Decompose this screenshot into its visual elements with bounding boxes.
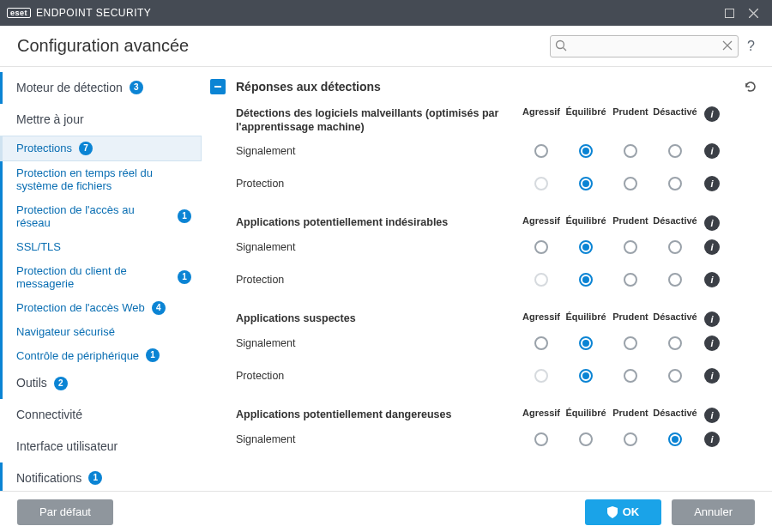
group-title: Détections des logiciels malveillants (o…	[236, 106, 519, 135]
group-title: Applications potentiellement dangereuses	[236, 408, 519, 421]
titlebar: eset ENDPOINT SECURITY	[0, 0, 772, 26]
ok-button[interactable]: OK	[585, 499, 662, 525]
group-title: Applications potentiellement indésirable…	[236, 215, 519, 229]
undo-icon[interactable]	[743, 79, 758, 94]
sidebar-item-browser[interactable]: Navigateur sécurisé	[0, 320, 202, 344]
radio-option[interactable]	[534, 336, 548, 350]
info-icon[interactable]: i	[704, 311, 720, 327]
search-input[interactable]	[550, 35, 739, 57]
radio-option[interactable]	[668, 273, 682, 287]
badge: 1	[146, 348, 160, 362]
info-icon[interactable]: i	[704, 106, 720, 122]
default-button[interactable]: Par défaut	[17, 499, 113, 525]
radio-option[interactable]	[579, 144, 593, 158]
sidebar-item-protections[interactable]: Protections 7	[0, 136, 202, 161]
column-headers: AgressifÉquilibréPrudentDésactivé	[519, 311, 697, 322]
column-header: Prudent	[608, 215, 653, 226]
sidebar-item-label: Moteur de détection	[16, 81, 123, 95]
radio-group	[519, 432, 697, 446]
radio-option[interactable]	[668, 336, 682, 350]
radio-option[interactable]	[579, 369, 593, 383]
sidebar-item-mail[interactable]: Protection du client de messagerie 1	[0, 259, 202, 296]
column-header: Équilibré	[564, 106, 608, 117]
sidebar-item-ssl[interactable]: SSL/TLS	[0, 235, 202, 259]
row-label: Protection	[236, 370, 519, 382]
radio-option[interactable]	[579, 336, 593, 350]
radio-option[interactable]	[668, 144, 682, 158]
sidebar-item-label: Interface utilisateur	[16, 439, 118, 454]
radio-option[interactable]	[534, 432, 548, 446]
sidebar-item-label: Mettre à jour	[16, 112, 84, 127]
sidebar-item-network[interactable]: Protection de l'accès au réseau 1	[0, 198, 202, 235]
settings-group: Applications potentiellement indésirable…	[210, 212, 758, 308]
sidebar-item-update[interactable]: Mettre à jour	[0, 104, 202, 136]
brand-box: eset	[7, 8, 31, 18]
info-icon[interactable]: i	[704, 176, 720, 191]
info-icon[interactable]: i	[704, 272, 720, 287]
sidebar-item-label: Protection de l'accès au réseau	[16, 203, 171, 230]
sidebar-item-ui[interactable]: Interface utilisateur	[0, 431, 202, 462]
radio-option[interactable]	[579, 177, 593, 190]
radio-option[interactable]	[624, 177, 637, 190]
radio-option[interactable]	[579, 273, 593, 287]
radio-option[interactable]	[624, 273, 637, 287]
radio-option[interactable]	[624, 144, 637, 158]
radio-option[interactable]	[624, 432, 637, 446]
radio-option[interactable]	[624, 240, 637, 254]
row-label: Protection	[236, 178, 519, 190]
radio-group	[519, 369, 697, 383]
radio-option[interactable]	[668, 240, 682, 254]
svg-point-3	[557, 40, 564, 48]
shield-icon	[607, 506, 618, 518]
settings-row: Signalementi	[236, 327, 758, 360]
section-header: Réponses aux détections	[210, 76, 758, 103]
ok-label: OK	[623, 505, 640, 518]
info-icon[interactable]: i	[704, 408, 720, 423]
radio-option[interactable]	[668, 432, 682, 446]
cancel-button[interactable]: Annuler	[672, 499, 755, 525]
help-icon[interactable]: ?	[747, 39, 755, 54]
collapse-icon[interactable]	[210, 79, 226, 94]
sidebar-item-label: Outils	[16, 376, 47, 390]
radio-option[interactable]	[534, 240, 548, 254]
info-icon[interactable]: i	[704, 215, 720, 231]
radio-option	[534, 273, 548, 287]
sidebar-item-tools[interactable]: Outils 2	[0, 367, 202, 399]
sidebar-item-connectivity[interactable]: Connectivité	[0, 399, 202, 431]
column-header: Désactivé	[653, 215, 697, 226]
radio-option[interactable]	[579, 240, 593, 254]
sidebar-item-device[interactable]: Contrôle de périphérique 1	[0, 343, 202, 367]
settings-group: Détections des logiciels malveillants (o…	[210, 103, 758, 212]
sidebar-item-web[interactable]: Protection de l'accès Web 4	[0, 296, 202, 320]
radio-option	[534, 177, 548, 190]
svg-rect-7	[214, 86, 221, 88]
group-title: Applications suspectes	[236, 311, 519, 325]
sidebar-item-realtime[interactable]: Protection en temps réel du système de f…	[0, 161, 202, 198]
badge: 3	[130, 81, 143, 94]
settings-group: Applications suspectesAgressifÉquilibréP…	[210, 308, 758, 404]
radio-option[interactable]	[624, 369, 637, 383]
column-header: Agressif	[519, 311, 564, 322]
radio-option[interactable]	[624, 336, 637, 350]
sidebar-item-label: Notifications	[16, 471, 81, 486]
info-icon[interactable]: i	[704, 239, 720, 255]
radio-group	[519, 144, 697, 158]
info-icon[interactable]: i	[704, 143, 720, 159]
radio-option[interactable]	[534, 144, 548, 158]
badge: 1	[88, 471, 102, 485]
sidebar-item-notifications[interactable]: Notifications 1	[0, 462, 202, 491]
window-close-icon[interactable]	[741, 0, 765, 26]
radio-option[interactable]	[579, 432, 593, 446]
radio-option[interactable]	[668, 369, 682, 383]
sidebar-item-detection-engine[interactable]: Moteur de détection 3	[0, 72, 202, 104]
radio-option[interactable]	[668, 177, 682, 190]
sidebar-item-label: Contrôle de périphérique	[16, 349, 139, 363]
info-icon[interactable]: i	[704, 432, 720, 447]
info-icon[interactable]: i	[704, 368, 720, 384]
info-icon[interactable]: i	[704, 336, 720, 351]
column-header: Agressif	[519, 408, 564, 418]
settings-row: Signalementi	[236, 231, 758, 263]
window-maximize-icon[interactable]	[717, 0, 741, 26]
row-label: Signalement	[236, 145, 519, 157]
clear-search-icon[interactable]	[721, 39, 733, 51]
